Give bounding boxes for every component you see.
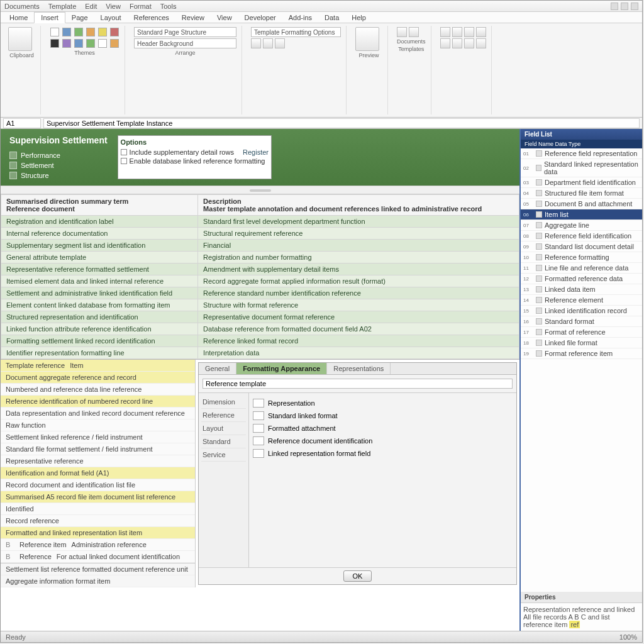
dialog-row[interactable]: Formatted attachment [268, 425, 336, 432]
tab-references[interactable]: References [128, 13, 175, 23]
option-button[interactable] [263, 38, 273, 48]
list-item[interactable]: Formatted and linked representation list… [1, 527, 195, 539]
maximize-icon[interactable] [621, 3, 628, 10]
tab-help[interactable]: Help [345, 13, 372, 23]
list-item[interactable]: Data representation and linked record do… [1, 408, 195, 419]
tab-review[interactable]: Review [175, 13, 211, 23]
template-field[interactable]: Template Formatting Options [251, 27, 341, 37]
list-item[interactable]: Record document and identification list … [1, 479, 195, 491]
list-item[interactable]: Representative reference [1, 455, 195, 467]
zoom-level[interactable]: 100% [619, 633, 637, 641]
field-list-item[interactable]: 08Reference field identification [521, 231, 642, 242]
checkbox[interactable] [121, 149, 127, 155]
dialog-side-item[interactable]: Service [201, 448, 246, 462]
list-item[interactable]: Identification and format field (A1) [1, 467, 195, 479]
tool-button[interactable] [476, 38, 486, 48]
column-header[interactable]: Description Master template annotation a… [198, 195, 519, 216]
ok-button[interactable]: OK [343, 570, 372, 582]
table-row[interactable]: Supplementary segment list and identific… [1, 240, 519, 252]
list-item[interactable]: Reference identification of numbered rec… [1, 396, 195, 408]
swatch-icon[interactable] [86, 39, 95, 48]
table-row[interactable]: Representative reference formatted settl… [1, 264, 519, 275]
formula-input[interactable]: Supervisor Settlement Template Instance [43, 118, 640, 128]
swatch-icon[interactable] [110, 39, 119, 48]
dialog-side-item[interactable]: Dimension [201, 396, 246, 409]
swatch-icon[interactable] [98, 39, 107, 48]
tab-page[interactable]: Page [65, 13, 94, 23]
tab-addins[interactable]: Add-ins [282, 13, 318, 23]
minimize-icon[interactable] [611, 3, 618, 10]
table-row[interactable]: Linked function attribute reference iden… [1, 323, 519, 335]
swatch-icon[interactable] [86, 28, 95, 36]
list-item[interactable]: Settlement linked reference / field inst… [1, 431, 195, 443]
field-list-item[interactable]: 14Reference element [521, 295, 642, 306]
field-list-item[interactable]: 09Standard list document detail [521, 242, 642, 252]
dialog-row[interactable]: Standard linked format [268, 412, 338, 419]
dialog-row[interactable]: Linked representation format field [268, 450, 370, 457]
column-header[interactable]: Summarised direction summary term Refere… [1, 195, 198, 216]
dialog-side-item[interactable]: Reference [201, 409, 246, 422]
table-row[interactable]: Itemised element data and linked interna… [1, 275, 519, 287]
table-row[interactable]: Formatting settlement linked record iden… [1, 335, 519, 347]
apply-button[interactable] [397, 27, 407, 37]
list-item[interactable]: Template referenceItem [1, 360, 195, 372]
swatch-icon[interactable] [98, 28, 107, 36]
table-row[interactable]: Internal reference documentationStructur… [1, 228, 519, 240]
splitter[interactable] [1, 186, 519, 194]
list-item[interactable]: Summarised A5 record file item document … [1, 491, 195, 503]
field-list-item[interactable]: 01Reference field representation [521, 148, 642, 159]
menu-format[interactable]: Format [130, 3, 152, 10]
dialog-field[interactable]: Reference template [203, 379, 513, 389]
table-row[interactable]: Identifier representation formatting lin… [1, 347, 519, 359]
swatch-icon[interactable] [62, 28, 71, 36]
tab-view[interactable]: View [211, 13, 238, 23]
table-row[interactable]: Element content linked database from for… [1, 299, 519, 311]
field-list-item[interactable]: 03Department field identification [521, 177, 642, 188]
field-list-item[interactable]: 05Document B and attachment [521, 199, 642, 209]
field-list-item[interactable]: 18Linked file format [521, 338, 642, 348]
swatch-icon[interactable] [50, 28, 59, 36]
list-item[interactable]: BReferenceFor actual linked document ide… [1, 551, 195, 563]
field-list-item[interactable]: 13Linked data item [521, 284, 642, 295]
field-list-item[interactable]: 06Item list [521, 209, 642, 220]
tool-button[interactable] [464, 38, 474, 48]
dialog-tab[interactable]: Representations [327, 363, 391, 374]
field-list-item[interactable]: 17Format of reference [521, 327, 642, 338]
tool-button[interactable] [452, 38, 462, 48]
field-list-item[interactable]: 15Linked identification record [521, 306, 642, 316]
swatch-icon[interactable] [74, 39, 83, 48]
tab-insert[interactable]: Insert [34, 12, 65, 23]
swatch-icon[interactable] [110, 28, 119, 36]
table-row[interactable]: General attribute templateRegistration a… [1, 252, 519, 264]
field-list-item[interactable]: 07Aggregate line [521, 220, 642, 231]
list-item[interactable]: Standard file format settlement / field … [1, 443, 195, 455]
menu-tools[interactable]: Tools [160, 3, 177, 10]
list-item[interactable]: Raw function [1, 419, 195, 431]
swatch-icon[interactable] [50, 39, 59, 48]
field-list-item[interactable]: 19Format reference item [521, 348, 642, 359]
field-list-item[interactable]: 02Standard linked representation data [521, 159, 642, 177]
menu-template[interactable]: Template [48, 3, 77, 10]
field-list-item[interactable]: 11Line file and reference data [521, 263, 642, 274]
menu-view[interactable]: View [106, 3, 121, 10]
reset-button[interactable] [409, 27, 419, 37]
background-field[interactable]: Header Background [134, 38, 236, 48]
tool-button[interactable] [440, 27, 450, 37]
tab-layout[interactable]: Layout [94, 13, 128, 23]
field-list-item[interactable]: 04Structured file item format [521, 188, 642, 199]
dialog-tab[interactable]: General [199, 363, 236, 374]
list-item[interactable]: Identified [1, 503, 195, 515]
close-icon[interactable] [631, 3, 638, 10]
dialog-row[interactable]: Reference document identification [268, 437, 372, 445]
table-row[interactable]: Settlement and administrative linked ide… [1, 287, 519, 299]
menu-edit[interactable]: Edit [85, 3, 97, 10]
dialog-tab[interactable]: Formatting Appearance [236, 363, 327, 374]
tab-home[interactable]: Home [3, 13, 34, 23]
field-list-item[interactable]: 12Formatted reference data [521, 274, 642, 284]
cell-reference[interactable]: A1 [3, 118, 41, 128]
list-item[interactable]: Record reference [1, 515, 195, 527]
tool-button[interactable] [452, 27, 462, 37]
header-item[interactable]: Settlement [21, 162, 54, 169]
tool-button[interactable] [476, 27, 486, 37]
tab-developer[interactable]: Developer [238, 13, 282, 23]
